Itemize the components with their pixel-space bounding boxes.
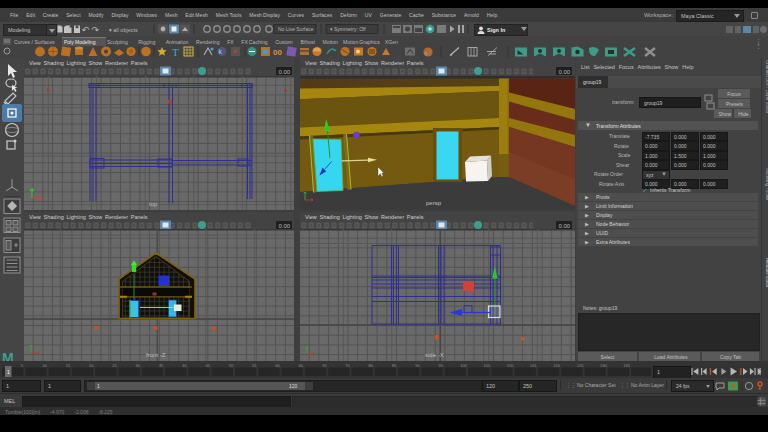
svg-text:100: 100 (460, 363, 467, 368)
svg-text:35: 35 (159, 363, 164, 368)
svg-text:60: 60 (275, 363, 280, 368)
svg-text:top: top (149, 201, 158, 207)
svg-text:0.00: 0.00 (559, 223, 571, 229)
svg-text:persp: persp (426, 200, 442, 206)
svg-text:▾ Symmetry: Off: ▾ Symmetry: Off (330, 26, 366, 32)
svg-text:20: 20 (89, 363, 94, 368)
svg-text:10: 10 (42, 363, 47, 368)
svg-text:105: 105 (484, 363, 491, 368)
svg-text:125: 125 (577, 363, 584, 368)
svg-text:115: 115 (530, 363, 537, 368)
svg-text:k: k (219, 48, 223, 55)
svg-text:85: 85 (392, 363, 397, 368)
svg-text:15: 15 (66, 363, 71, 368)
svg-text:00: 00 (273, 48, 282, 57)
svg-text:90: 90 (415, 363, 420, 368)
svg-text:side -X: side -X (425, 352, 444, 358)
svg-text:135: 135 (623, 363, 630, 368)
svg-text:45: 45 (206, 363, 211, 368)
svg-text:50: 50 (229, 363, 234, 368)
svg-text:40: 40 (182, 363, 187, 368)
svg-text:120: 120 (553, 363, 560, 368)
svg-text:70: 70 (322, 363, 327, 368)
svg-text:110: 110 (507, 363, 514, 368)
svg-text:80: 80 (369, 363, 374, 368)
svg-text:30: 30 (136, 363, 141, 368)
svg-text:0.00: 0.00 (279, 69, 291, 75)
svg-text:No Live Surface: No Live Surface (278, 26, 314, 32)
svg-text:front -Z: front -Z (146, 352, 166, 358)
svg-text:T: T (172, 46, 179, 58)
svg-text:95: 95 (439, 363, 444, 368)
svg-text:130: 130 (600, 363, 607, 368)
svg-text:55: 55 (252, 363, 257, 368)
svg-text:0.00: 0.00 (559, 69, 571, 75)
svg-text:75: 75 (345, 363, 350, 368)
svg-text:▾ all objects: ▾ all objects (109, 27, 138, 33)
svg-text:65: 65 (299, 363, 304, 368)
svg-text:0.00: 0.00 (279, 223, 291, 229)
svg-text:25: 25 (112, 363, 117, 368)
